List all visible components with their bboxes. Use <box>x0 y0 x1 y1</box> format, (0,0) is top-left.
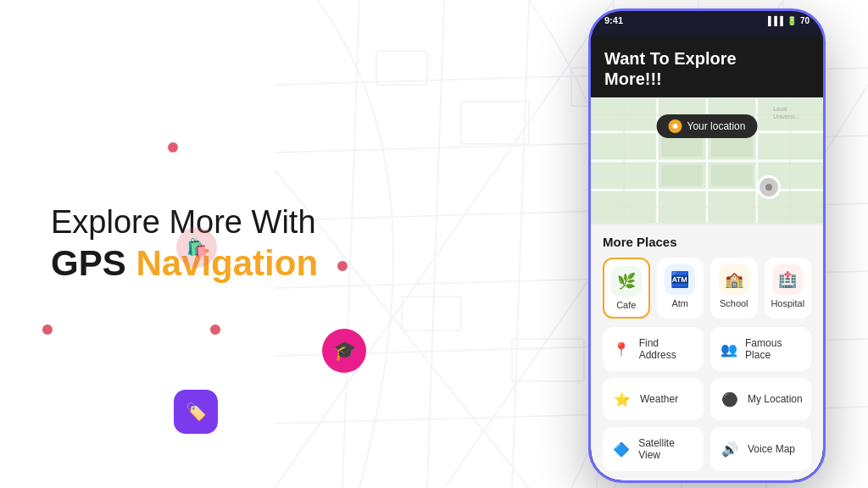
graduation-icon-bubble: 🎓 <box>322 329 366 373</box>
location-label: Your location <box>687 120 746 132</box>
action-find-address[interactable]: 📍 Find Address <box>603 327 704 371</box>
school-icon: 🏫 <box>719 264 749 295</box>
voice-map-icon: 🔊 <box>719 438 741 460</box>
phone-time: 9:41 <box>604 15 623 25</box>
categories-grid: 🌿 Cafe 🏧 Atm 🏫 School 🏥 Hospital <box>603 258 811 319</box>
satellite-icon: 🔷 <box>611 438 632 460</box>
coupon-icon-bubble: 🏷️ <box>174 390 218 434</box>
hero-line2: GPS Navigation <box>51 242 492 285</box>
hospital-icon: 🏥 <box>772 264 803 295</box>
battery-icon: 🔋 <box>787 16 797 25</box>
svg-line-8 <box>512 0 529 488</box>
action-satellite[interactable]: 🔷 Satellite View <box>603 427 704 471</box>
shopping-icon-bubble: 🛍️ <box>176 227 217 268</box>
svg-rect-34 <box>661 136 703 157</box>
screen-header: Want To ExploreMore!!! <box>591 36 823 97</box>
navigation-text: Navigation <box>136 243 318 283</box>
map-area: Laval Universi... Your location <box>591 97 823 225</box>
location-pill: Your location <box>657 114 758 138</box>
dot-decoration-2 <box>337 261 348 271</box>
dot-decoration-1 <box>168 142 178 152</box>
category-school[interactable]: 🏫 School <box>710 258 758 319</box>
weather-label: Weather <box>640 393 678 405</box>
screen-title: Want To ExploreMore!!! <box>604 48 810 89</box>
cafe-icon: 🌿 <box>611 266 642 297</box>
action-famous-place[interactable]: 👥 Famous Place <box>710 327 811 371</box>
hospital-label: Hospital <box>771 298 804 308</box>
hero-line1: Explore More With <box>51 203 492 242</box>
school-label: School <box>720 298 748 308</box>
category-cafe[interactable]: 🌿 Cafe <box>603 258 650 319</box>
actions-grid: 📍 Find Address 👥 Famous Place ⭐ Weather … <box>603 327 811 471</box>
famous-place-icon: 👥 <box>719 338 738 360</box>
category-hospital[interactable]: 🏥 Hospital <box>765 258 812 319</box>
find-address-label: Find Address <box>639 337 695 361</box>
satellite-label: Satellite View <box>638 437 695 461</box>
dot-decoration-4 <box>210 324 220 335</box>
location-pin-icon <box>669 119 682 133</box>
weather-icon: ⭐ <box>611 388 633 410</box>
action-voice-map[interactable]: 🔊 Voice Map <box>710 427 811 471</box>
atm-label: Atm <box>671 298 688 308</box>
status-bar: 9:41 ▐▐▐ 🔋 70 <box>604 15 810 25</box>
action-my-location[interactable]: ⚫ My Location <box>710 378 811 420</box>
famous-place-label: Famous Place <box>745 337 803 361</box>
hero-section: Explore More With GPS Navigation <box>0 0 492 488</box>
scroll-content: More Places 🌿 Cafe 🏧 Atm 🏫 School <box>591 225 823 480</box>
atm-icon: 🏧 <box>665 264 695 295</box>
svg-rect-35 <box>711 136 753 157</box>
category-atm[interactable]: 🏧 Atm <box>657 258 704 319</box>
svg-text:Universi...: Universi... <box>773 114 799 119</box>
cafe-label: Cafe <box>616 300 636 310</box>
signal-icon: ▐▐▐ <box>765 16 783 25</box>
user-marker <box>757 175 781 199</box>
svg-rect-37 <box>711 165 753 186</box>
phone-screen: Want To ExploreMore!!! <box>591 36 823 480</box>
phone-shell: 9:41 ▐▐▐ 🔋 70 Want To ExploreMore!!! <box>588 8 826 483</box>
voice-map-label: Voice Map <box>748 443 795 455</box>
action-weather[interactable]: ⭐ Weather <box>603 378 704 420</box>
status-icons: ▐▐▐ 🔋 70 <box>765 16 810 25</box>
find-address-icon: 📍 <box>611 338 632 360</box>
phone-mockup: 9:41 ▐▐▐ 🔋 70 Want To ExploreMore!!! <box>588 8 843 488</box>
my-location-label: My Location <box>748 393 803 405</box>
svg-text:Laval: Laval <box>773 106 787 112</box>
more-places-title: More Places <box>603 235 811 249</box>
gps-bold-text: GPS <box>51 243 126 283</box>
svg-rect-36 <box>661 165 703 186</box>
my-location-icon: ⚫ <box>719 388 741 410</box>
dot-decoration-3 <box>42 324 53 335</box>
battery-level: 70 <box>800 16 810 25</box>
